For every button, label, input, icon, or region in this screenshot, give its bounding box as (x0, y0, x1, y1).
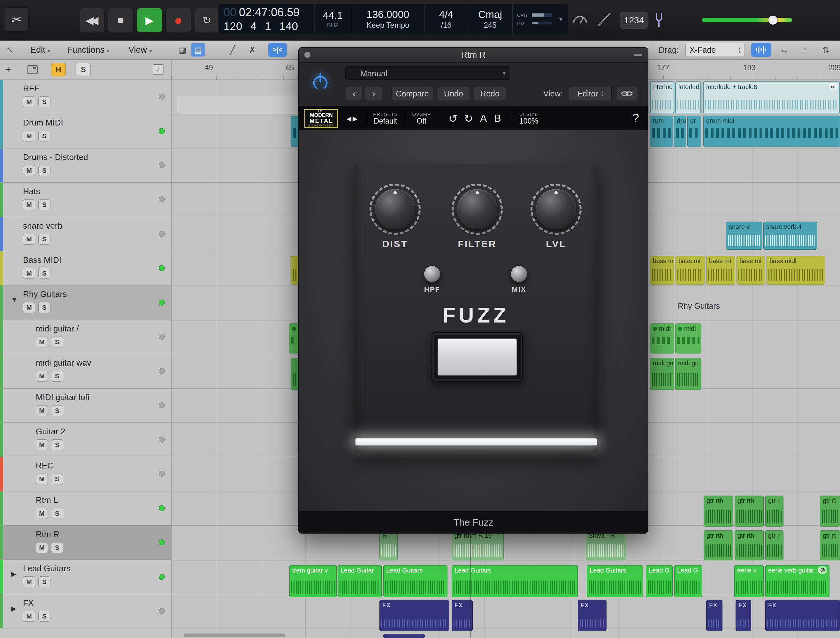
solo-button[interactable]: S (51, 336, 63, 347)
master-volume-slider[interactable] (702, 16, 792, 25)
region[interactable]: eerie v (734, 565, 764, 597)
region[interactable]: FX (452, 600, 473, 631)
plugin-knob[interactable]: LVL (531, 183, 582, 250)
stop-button[interactable]: ■ (108, 8, 134, 32)
add-track-button[interactable]: + (5, 63, 11, 76)
region[interactable]: snare verb.4 (763, 222, 817, 250)
track-name[interactable]: Lead Guitars (23, 564, 71, 573)
small-knob-body[interactable] (510, 265, 527, 283)
track-input-dot[interactable] (159, 265, 165, 271)
count-in-button[interactable]: 1234 (620, 12, 648, 29)
lcd-samplerate-section[interactable]: 44.1 KHZ (314, 4, 351, 34)
region[interactable]: dru (674, 115, 686, 147)
minimize-icon[interactable] (634, 54, 642, 56)
lcd-tempo-section[interactable]: 136.0000 Keep Tempo (351, 4, 425, 34)
region[interactable]: gtr rth (734, 496, 764, 527)
track-row[interactable]: midi guitar wav M S (0, 354, 171, 388)
track-input-dot[interactable] (159, 368, 165, 374)
plugin-small-knob[interactable]: HPF (423, 265, 441, 294)
track-name[interactable]: Hats (23, 186, 51, 196)
region[interactable]: midi (289, 324, 298, 354)
region[interactable]: gtr rth (704, 496, 733, 527)
solo-button[interactable]: S (38, 199, 51, 210)
track-name[interactable]: Rtm R (36, 529, 63, 539)
region[interactable]: midi gu (650, 358, 674, 390)
region[interactable]: gtr r (765, 496, 783, 527)
play-button[interactable]: ▶ (137, 8, 162, 32)
region[interactable]: gtr rth (734, 531, 764, 561)
mute-button[interactable]: M (23, 576, 35, 587)
horizontal-zoom-icon[interactable]: ↔ (777, 43, 791, 57)
solo-button[interactable]: S (38, 302, 51, 313)
region[interactable]: bass mi (706, 256, 735, 284)
preset-arrows[interactable]: ◂▸ (347, 113, 359, 124)
knob-dial[interactable] (531, 183, 582, 235)
automation-tool-icon[interactable]: ╱ (226, 43, 240, 57)
crossfade-tool-icon[interactable]: ✗ (245, 43, 259, 57)
region[interactable]: bass midi (767, 256, 825, 284)
waveform-zoom-button[interactable] (751, 43, 771, 57)
solo-button[interactable]: S (51, 405, 63, 416)
region[interactable]: gtr rthm R.10 (452, 531, 504, 561)
knob-body[interactable] (457, 189, 497, 229)
checkbox-icon[interactable]: ✓ (153, 63, 164, 76)
rewind-button[interactable]: ◀◀ (79, 8, 105, 32)
track-name[interactable]: midi guitar / (36, 324, 79, 334)
mute-button[interactable]: M (23, 96, 35, 107)
region[interactable]: Lead G (674, 565, 702, 597)
track-row[interactable]: REC M S (0, 457, 171, 491)
footswitch-button[interactable] (437, 338, 517, 376)
track-row[interactable]: Rtm L M S (0, 491, 171, 526)
track-input-dot[interactable] (159, 505, 165, 511)
solo-button[interactable]: S (38, 268, 51, 279)
region[interactable]: FX (379, 600, 449, 631)
cycle-button[interactable]: ↻ (194, 8, 220, 32)
mute-button[interactable]: M (23, 268, 35, 279)
power-button[interactable] (310, 71, 331, 93)
region[interactable]: midi (675, 324, 701, 354)
solo-button[interactable]: S (38, 96, 51, 107)
undo-button[interactable]: Undo (438, 87, 469, 100)
undo-icon[interactable]: ↺ (448, 112, 458, 125)
region[interactable]: snare v (726, 222, 762, 250)
ruler-mark[interactable]: 65 (286, 63, 294, 72)
ui-size-selector[interactable]: UI SIZE 100% (519, 111, 538, 125)
prev-preset-button[interactable]: ‹ (346, 87, 363, 100)
mute-button[interactable]: M (36, 405, 48, 416)
pointer-tool-icon[interactable]: ↖ (6, 40, 14, 59)
mute-button[interactable]: M (36, 439, 48, 450)
disclosure-triangle-icon[interactable]: ▶ (11, 570, 16, 578)
track-name[interactable]: MIDI guitar lofi (36, 392, 89, 402)
region[interactable] (383, 634, 425, 638)
plugin-small-knob[interactable]: MIX (510, 265, 527, 294)
region[interactable]: Lead G (646, 565, 673, 597)
menu-view[interactable]: View▾ (128, 40, 152, 59)
arrow-right-icon[interactable]: ▸ (353, 113, 359, 123)
track-row[interactable]: Rtm R M S (0, 526, 171, 560)
track-input-dot[interactable] (159, 539, 165, 545)
region[interactable]: interlud (675, 81, 701, 113)
collapse-tool-button[interactable]: >|< (268, 43, 287, 57)
region[interactable]: dr (687, 115, 701, 147)
lcd-time-section[interactable]: 0002:47:06.59 120 4 1 140 (218, 4, 314, 34)
region[interactable]: eerie verb guitar .8 ⊘ (765, 565, 829, 597)
redo-icon[interactable]: ↻ (464, 112, 473, 125)
track-row[interactable]: ▼ Rhy Guitars M S (0, 286, 171, 320)
lcd-performance-section[interactable]: CPU HD (512, 4, 554, 34)
track-input-dot[interactable] (159, 93, 165, 99)
track-input-dot[interactable] (159, 436, 165, 442)
solo-button[interactable]: S (38, 234, 51, 245)
knob-body[interactable] (375, 189, 415, 229)
record-button[interactable]: ● (166, 8, 191, 32)
grid-view-icon[interactable]: ▦ (176, 43, 190, 57)
list-view-icon[interactable]: ▤ (191, 43, 205, 57)
track-row[interactable]: Bass MIDI M S (0, 251, 171, 286)
track-input-dot[interactable] (159, 231, 165, 237)
hide-tracks-button[interactable]: H (51, 63, 66, 76)
track-input-dot[interactable] (159, 162, 165, 168)
mute-button[interactable]: M (23, 302, 35, 313)
mute-button[interactable]: M (36, 336, 48, 347)
solo-button[interactable]: S (51, 474, 63, 485)
volume-track[interactable] (702, 18, 792, 22)
knob-dial[interactable] (369, 183, 421, 235)
